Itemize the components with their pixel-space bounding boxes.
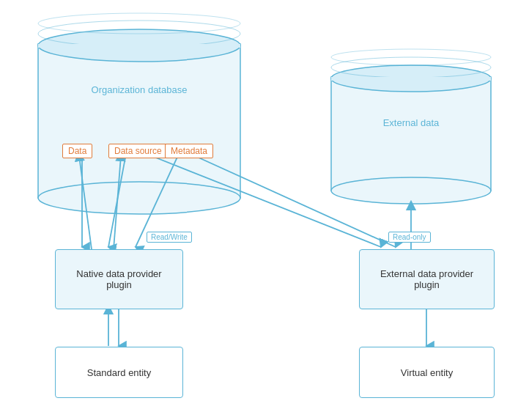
virtual-entity-label: Virtual entity — [401, 367, 453, 378]
svg-line-19 — [190, 154, 396, 247]
standard-entity-box: Standard entity — [55, 347, 183, 398]
ro-label: Read-only — [388, 232, 431, 243]
virtual-entity-box: Virtual entity — [359, 347, 495, 398]
svg-point-6 — [38, 182, 240, 214]
svg-line-17 — [108, 154, 126, 247]
svg-point-7 — [38, 21, 240, 47]
svg-line-22 — [114, 156, 121, 249]
svg-point-5 — [38, 29, 240, 62]
svg-point-14 — [331, 49, 491, 65]
tag-data: Data — [62, 144, 92, 158]
svg-rect-15 — [331, 77, 491, 81]
svg-rect-4 — [38, 44, 240, 198]
tag-datasource: Data source — [108, 144, 168, 158]
svg-point-12 — [331, 177, 491, 204]
native-plugin-label: Native data provider plugin — [76, 268, 161, 290]
native-plugin-box: Native data provider plugin — [55, 249, 183, 309]
org-db-label: Organization database — [38, 84, 240, 95]
svg-point-13 — [331, 57, 491, 78]
svg-point-11 — [331, 65, 491, 92]
tag-metadata: Metadata — [165, 144, 213, 158]
diagram-container: Organization database External data Data… — [0, 0, 518, 420]
ext-db-label: External data — [331, 117, 491, 128]
standard-entity-label: Standard entity — [87, 367, 151, 378]
svg-line-21 — [79, 156, 92, 249]
svg-point-8 — [38, 13, 240, 34]
external-plugin-label: External data provider plugin — [380, 268, 473, 290]
svg-rect-10 — [331, 77, 491, 191]
external-plugin-box: External data provider plugin — [359, 249, 495, 309]
svg-rect-9 — [38, 44, 240, 48]
rw-label: Read/Write — [147, 232, 192, 243]
